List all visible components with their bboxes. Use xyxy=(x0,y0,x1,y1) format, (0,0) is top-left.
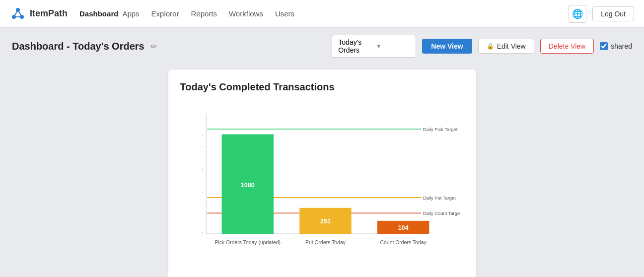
put-bar-label: Put Orders Today xyxy=(305,240,346,245)
nav-link-reports[interactable]: Reports xyxy=(191,9,217,18)
shared-checkbox[interactable] xyxy=(600,42,608,50)
edit-title-button[interactable]: ✏ xyxy=(148,41,159,52)
nav-link-users[interactable]: Users xyxy=(275,9,294,18)
nav-link-apps[interactable]: Apps xyxy=(122,9,139,18)
view-dropdown[interactable]: Today's Orders ▼ xyxy=(332,35,416,58)
logout-button[interactable]: Log Out xyxy=(592,6,634,21)
logo-icon xyxy=(10,6,26,22)
chart-area: - - - - - - - - - - Daily Pick Target Da… xyxy=(180,103,460,272)
lock-icon: 🔒 xyxy=(487,43,494,50)
svg-line-3 xyxy=(14,10,18,17)
shared-toggle[interactable]: shared xyxy=(600,42,632,50)
pick-bar-label: Pick Orders Today (updated) xyxy=(215,240,281,245)
svg-line-4 xyxy=(18,10,22,17)
count-bar-value: 104 xyxy=(398,224,408,231)
svg-text:-: - xyxy=(201,178,203,183)
nav-right: 🌐 Log Out xyxy=(569,5,634,23)
count-target-label: Daily Count Target xyxy=(423,210,460,216)
put-bar-value: 251 xyxy=(320,218,330,225)
pencil-icon: ✏ xyxy=(150,42,157,51)
logo-text: ItemPath xyxy=(30,8,68,19)
toolbar: Dashboard - Today's Orders ✏ Today's Ord… xyxy=(0,28,644,65)
chevron-down-icon: ▼ xyxy=(376,43,410,49)
svg-text:-: - xyxy=(201,155,203,160)
svg-text:-: - xyxy=(201,132,203,138)
delete-view-button[interactable]: Delete View xyxy=(540,39,594,54)
svg-text:-: - xyxy=(201,121,203,126)
globe-button[interactable]: 🌐 xyxy=(569,5,586,23)
logo: ItemPath xyxy=(10,6,68,22)
svg-text:-: - xyxy=(201,201,203,207)
nav-active-dashboard: Dashboard xyxy=(79,9,118,18)
svg-text:-: - xyxy=(201,229,203,235)
count-bar-label: Count Orders Today xyxy=(380,240,427,245)
edit-view-button[interactable]: 🔒 Edit View xyxy=(478,39,534,54)
svg-text:-: - xyxy=(201,166,203,172)
navbar: ItemPath Dashboard Apps Explorer Reports… xyxy=(0,0,644,28)
nav-link-explorer[interactable]: Explorer xyxy=(151,9,179,18)
svg-text:-: - xyxy=(201,214,203,219)
svg-text:-: - xyxy=(201,189,203,195)
main-content: Today's Completed Transactions - - - - -… xyxy=(0,65,644,277)
chart-title: Today's Completed Transactions xyxy=(180,81,460,93)
svg-text:-: - xyxy=(201,143,203,149)
chart-svg: - - - - - - - - - - Daily Pick Target Da… xyxy=(180,103,460,272)
nav-links: Apps Explorer Reports Workflows Users xyxy=(122,9,569,18)
put-target-label: Daily Put Target xyxy=(423,195,455,201)
pick-bar-value: 1080 xyxy=(240,182,254,189)
page-title: Dashboard - Today's Orders ✏ xyxy=(12,41,326,52)
new-view-button[interactable]: New View xyxy=(422,39,472,54)
pick-target-label: Daily Pick Target xyxy=(423,127,457,132)
nav-link-workflows[interactable]: Workflows xyxy=(229,9,263,18)
chart-card: Today's Completed Transactions - - - - -… xyxy=(168,69,476,277)
